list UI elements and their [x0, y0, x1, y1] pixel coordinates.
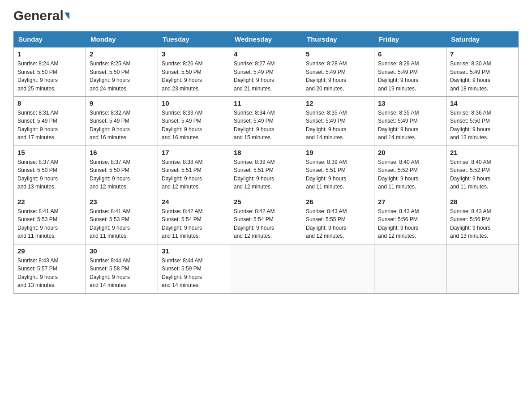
day-info: Sunrise: 8:24 AMSunset: 5:50 PMDaylight:… — [17, 60, 58, 92]
day-info: Sunrise: 8:38 AMSunset: 5:51 PMDaylight:… — [162, 159, 202, 190]
day-number: 12 — [306, 99, 370, 107]
calendar-cell: 28Sunrise: 8:43 AMSunset: 5:56 PMDayligh… — [446, 195, 519, 244]
day-info: Sunrise: 8:35 AMSunset: 5:49 PMDaylight:… — [378, 110, 419, 141]
day-number: 17 — [162, 149, 226, 156]
calendar-cell — [446, 244, 519, 293]
day-info: Sunrise: 8:36 AMSunset: 5:50 PMDaylight:… — [450, 110, 491, 141]
day-header-friday: Friday — [374, 32, 446, 47]
calendar-cell — [374, 244, 446, 293]
calendar-cell: 21Sunrise: 8:40 AMSunset: 5:52 PMDayligh… — [446, 146, 519, 195]
calendar-table: SundayMondayTuesdayWednesdayThursdayFrid… — [13, 31, 519, 294]
calendar-cell: 4Sunrise: 8:27 AMSunset: 5:49 PMDaylight… — [230, 47, 302, 96]
day-number: 30 — [90, 247, 154, 255]
day-info: Sunrise: 8:39 AMSunset: 5:51 PMDaylight:… — [234, 159, 275, 190]
day-number: 13 — [378, 99, 442, 107]
week-row-4: 22Sunrise: 8:41 AMSunset: 5:53 PMDayligh… — [14, 195, 519, 244]
day-info: Sunrise: 8:37 AMSunset: 5:50 PMDaylight:… — [17, 159, 58, 190]
calendar-cell: 31Sunrise: 8:44 AMSunset: 5:59 PMDayligh… — [158, 244, 230, 293]
day-header-tuesday: Tuesday — [158, 32, 230, 47]
calendar-cell: 5Sunrise: 8:28 AMSunset: 5:49 PMDaylight… — [302, 47, 374, 96]
calendar-cell: 18Sunrise: 8:39 AMSunset: 5:51 PMDayligh… — [230, 146, 302, 195]
calendar-cell: 13Sunrise: 8:35 AMSunset: 5:49 PMDayligh… — [374, 96, 446, 146]
day-info: Sunrise: 8:30 AMSunset: 5:49 PMDaylight:… — [450, 60, 491, 92]
day-header-thursday: Thursday — [302, 32, 374, 47]
day-number: 19 — [306, 149, 370, 156]
day-info: Sunrise: 8:42 AMSunset: 5:54 PMDaylight:… — [162, 208, 202, 240]
day-info: Sunrise: 8:27 AMSunset: 5:49 PMDaylight:… — [234, 60, 275, 92]
day-header-wednesday: Wednesday — [230, 32, 302, 47]
day-info: Sunrise: 8:33 AMSunset: 5:49 PMDaylight:… — [162, 110, 202, 141]
day-number: 1 — [17, 50, 82, 58]
day-info: Sunrise: 8:28 AMSunset: 5:49 PMDaylight:… — [306, 60, 347, 92]
calendar-cell: 26Sunrise: 8:43 AMSunset: 5:55 PMDayligh… — [302, 195, 374, 244]
day-number: 24 — [162, 198, 226, 206]
day-number: 8 — [17, 99, 82, 107]
day-number: 28 — [450, 198, 515, 206]
calendar-cell: 12Sunrise: 8:35 AMSunset: 5:49 PMDayligh… — [302, 96, 374, 146]
calendar-cell: 16Sunrise: 8:37 AMSunset: 5:50 PMDayligh… — [86, 146, 158, 195]
day-info: Sunrise: 8:35 AMSunset: 5:49 PMDaylight:… — [306, 110, 347, 141]
calendar-cell: 20Sunrise: 8:40 AMSunset: 5:52 PMDayligh… — [374, 146, 446, 195]
calendar-cell: 25Sunrise: 8:42 AMSunset: 5:54 PMDayligh… — [230, 195, 302, 244]
logo: General — [13, 9, 69, 22]
calendar-cell — [302, 244, 374, 293]
calendar-cell: 3Sunrise: 8:26 AMSunset: 5:50 PMDaylight… — [158, 47, 230, 96]
day-info: Sunrise: 8:41 AMSunset: 5:53 PMDaylight:… — [90, 208, 130, 240]
day-info: Sunrise: 8:43 AMSunset: 5:56 PMDaylight:… — [378, 208, 419, 240]
calendar-cell: 29Sunrise: 8:43 AMSunset: 5:57 PMDayligh… — [14, 244, 86, 293]
calendar-cell: 10Sunrise: 8:33 AMSunset: 5:49 PMDayligh… — [158, 96, 230, 146]
day-info: Sunrise: 8:37 AMSunset: 5:50 PMDaylight:… — [90, 159, 130, 190]
logo-general: General — [13, 9, 64, 22]
day-number: 22 — [17, 198, 82, 206]
day-info: Sunrise: 8:40 AMSunset: 5:52 PMDaylight:… — [378, 159, 419, 190]
day-info: Sunrise: 8:25 AMSunset: 5:50 PMDaylight:… — [90, 60, 130, 92]
day-info: Sunrise: 8:26 AMSunset: 5:50 PMDaylight:… — [162, 60, 202, 92]
day-number: 18 — [234, 149, 298, 156]
calendar-cell: 15Sunrise: 8:37 AMSunset: 5:50 PMDayligh… — [14, 146, 86, 195]
calendar-cell: 23Sunrise: 8:41 AMSunset: 5:53 PMDayligh… — [86, 195, 158, 244]
day-number: 2 — [90, 50, 154, 58]
calendar-cell — [230, 244, 302, 293]
day-header-monday: Monday — [86, 32, 158, 47]
calendar-cell: 19Sunrise: 8:39 AMSunset: 5:51 PMDayligh… — [302, 146, 374, 195]
calendar-cell: 11Sunrise: 8:34 AMSunset: 5:49 PMDayligh… — [230, 96, 302, 146]
day-number: 4 — [234, 50, 298, 58]
day-number: 15 — [17, 149, 82, 156]
day-number: 6 — [378, 50, 442, 58]
day-header-sunday: Sunday — [14, 32, 86, 47]
calendar-cell: 30Sunrise: 8:44 AMSunset: 5:58 PMDayligh… — [86, 244, 158, 293]
calendar-cell: 6Sunrise: 8:29 AMSunset: 5:49 PMDaylight… — [374, 47, 446, 96]
logo-triangle-icon — [64, 13, 69, 20]
day-info: Sunrise: 8:42 AMSunset: 5:54 PMDaylight:… — [234, 208, 275, 240]
day-number: 7 — [450, 50, 515, 58]
day-number: 10 — [162, 99, 226, 107]
day-info: Sunrise: 8:40 AMSunset: 5:52 PMDaylight:… — [450, 159, 491, 190]
day-header-saturday: Saturday — [446, 32, 519, 47]
day-number: 26 — [306, 198, 370, 206]
days-header-row: SundayMondayTuesdayWednesdayThursdayFrid… — [14, 32, 519, 47]
day-info: Sunrise: 8:44 AMSunset: 5:58 PMDaylight:… — [90, 257, 130, 289]
day-number: 29 — [17, 247, 82, 255]
calendar-cell: 22Sunrise: 8:41 AMSunset: 5:53 PMDayligh… — [14, 195, 86, 244]
day-number: 14 — [450, 99, 515, 107]
day-info: Sunrise: 8:34 AMSunset: 5:49 PMDaylight:… — [234, 110, 275, 141]
day-info: Sunrise: 8:43 AMSunset: 5:56 PMDaylight:… — [450, 208, 491, 240]
day-number: 27 — [378, 198, 442, 206]
calendar-cell: 8Sunrise: 8:31 AMSunset: 5:49 PMDaylight… — [14, 96, 86, 146]
calendar-cell: 24Sunrise: 8:42 AMSunset: 5:54 PMDayligh… — [158, 195, 230, 244]
day-number: 3 — [162, 50, 226, 58]
calendar-cell: 7Sunrise: 8:30 AMSunset: 5:49 PMDaylight… — [446, 47, 519, 96]
calendar-cell: 27Sunrise: 8:43 AMSunset: 5:56 PMDayligh… — [374, 195, 446, 244]
day-number: 31 — [162, 247, 226, 255]
week-row-3: 15Sunrise: 8:37 AMSunset: 5:50 PMDayligh… — [14, 146, 519, 195]
day-number: 25 — [234, 198, 298, 206]
calendar-cell: 1Sunrise: 8:24 AMSunset: 5:50 PMDaylight… — [14, 47, 86, 96]
day-info: Sunrise: 8:43 AMSunset: 5:57 PMDaylight:… — [17, 257, 58, 289]
day-number: 16 — [90, 149, 154, 156]
day-number: 11 — [234, 99, 298, 107]
day-info: Sunrise: 8:29 AMSunset: 5:49 PMDaylight:… — [378, 60, 419, 92]
day-number: 9 — [90, 99, 154, 107]
day-number: 23 — [90, 198, 154, 206]
calendar-cell: 14Sunrise: 8:36 AMSunset: 5:50 PMDayligh… — [446, 96, 519, 146]
day-info: Sunrise: 8:44 AMSunset: 5:59 PMDaylight:… — [162, 257, 202, 289]
